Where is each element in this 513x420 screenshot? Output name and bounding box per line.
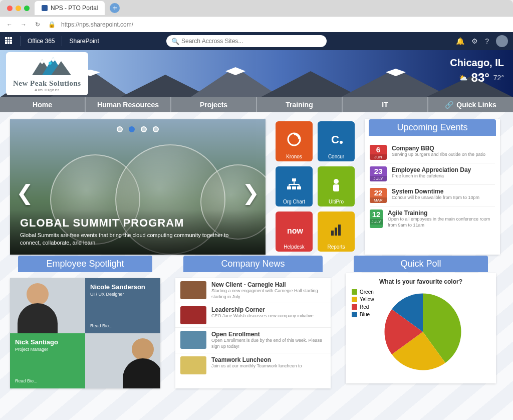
weather-widget[interactable]: Chicago, IL ⛅ 83° 72° — [450, 57, 504, 85]
settings-icon[interactable]: ⚙ — [471, 37, 478, 45]
svg-point-15 — [49, 62, 52, 65]
spotlight-header: Employee Spotlight — [18, 256, 152, 272]
event-title: Company BBQ — [392, 145, 485, 152]
spotlight-name: Nick Santiago — [15, 338, 80, 346]
event-date: 23JULY — [370, 166, 387, 181]
nav-projects[interactable]: Projects — [171, 97, 257, 112]
office-link[interactable]: Office 365 — [28, 38, 55, 45]
divider — [20, 36, 21, 46]
news-desc: Starting a new engagment with Carnegie H… — [211, 288, 326, 300]
svg-rect-28 — [333, 184, 339, 191]
maximize-icon[interactable] — [24, 6, 30, 11]
hero-caption: GLOBAL SUMMIT PROGRAM Global Summits are… — [10, 209, 266, 255]
tile-reports[interactable]: Reports — [318, 212, 355, 252]
poll-card: What is your favourite color? GreenYello… — [346, 273, 496, 383]
tile-helpdesk[interactable]: nowHelpdesk — [276, 212, 313, 252]
svg-point-27 — [334, 179, 339, 184]
browser-tab[interactable]: NPS - PTO Portal — [35, 1, 105, 15]
nav-hr[interactable]: Human Resources — [86, 97, 171, 112]
carousel-dot-1[interactable] — [117, 126, 123, 132]
sharepoint-link[interactable]: SharePoint — [69, 38, 99, 45]
user-avatar[interactable] — [496, 35, 508, 47]
app-launcher-icon[interactable] — [5, 37, 13, 45]
event-item[interactable]: 22MARSystem DowntimeConcur will be unava… — [370, 185, 495, 206]
event-item[interactable]: 23JULYEmployee Appreciation DayFree lunc… — [370, 163, 495, 185]
close-icon[interactable] — [7, 6, 13, 11]
legend-swatch — [352, 304, 357, 310]
notifications-icon[interactable]: 🔔 — [456, 37, 464, 45]
news-item[interactable]: Leadership CornerCEO Jane Walsh discusse… — [175, 303, 331, 328]
weather-high: 83° — [471, 71, 489, 85]
svg-text:now: now — [287, 227, 303, 235]
favicon-icon — [42, 5, 48, 11]
tile-label: Concur — [328, 154, 344, 159]
svg-text:C: C — [331, 133, 339, 146]
svg-rect-20 — [287, 186, 291, 189]
svg-marker-4 — [261, 71, 361, 97]
poll-question: What is your favourite color? — [352, 278, 490, 285]
legend-item: Green — [352, 289, 374, 295]
spotlight-info-2[interactable]: Nick Santiago Project Manager Read Bio..… — [10, 333, 85, 388]
event-desc: Free lunch in the cafeteria — [392, 173, 471, 179]
tile-org-chart[interactable]: Org Chart — [276, 166, 313, 206]
lock-icon: 🔒 — [47, 21, 56, 28]
page-body: ❮ ❯ GLOBAL SUMMIT PROGRAM Global Summits… — [0, 112, 513, 420]
nav-training[interactable]: Training — [257, 97, 343, 112]
site-logo[interactable]: New Peak Solutions Aim Higher — [6, 52, 88, 95]
spotlight-role: Project Manager — [15, 347, 80, 352]
spotlight-photo-1 — [10, 278, 85, 333]
tile-icon: C — [327, 124, 345, 154]
svg-rect-30 — [331, 231, 334, 236]
event-item[interactable]: 6JUNCompany BBQServing up burgers and ri… — [370, 142, 495, 163]
forward-icon[interactable]: → — [19, 21, 28, 28]
hero-subtitle: Global Summits are free events that brin… — [20, 232, 240, 247]
news-header: Company News — [183, 256, 323, 272]
svg-rect-19 — [292, 178, 296, 181]
news-item[interactable]: Open EnrollmentOpen Enrollment is due by… — [175, 328, 331, 353]
nav-it[interactable]: IT — [343, 97, 428, 112]
news-item[interactable]: New Client - Carnegie HallStarting a new… — [175, 278, 331, 303]
spotlight-link[interactable]: Read Bio... — [90, 323, 155, 328]
carousel-dots — [117, 126, 159, 132]
suite-search: 🔍 — [166, 35, 327, 47]
new-tab-button[interactable]: + — [110, 3, 120, 13]
tile-kronos[interactable]: Kronos — [276, 121, 313, 161]
spotlight-info-1[interactable]: Nicole Sanderson UI / UX Designer Read B… — [85, 278, 160, 333]
tile-icon: now — [285, 215, 303, 244]
nav-home[interactable]: Home — [0, 97, 86, 112]
news-title: Teamwork Luncheon — [211, 356, 302, 363]
nav-quick-links[interactable]: 🔗 Quick Links — [428, 97, 513, 112]
reload-icon[interactable]: ↻ — [33, 21, 42, 28]
person-photo — [15, 283, 60, 333]
svg-point-18 — [340, 141, 343, 144]
event-list: 6JUNCompany BBQServing up burgers and ri… — [365, 142, 500, 235]
news-thumb — [180, 281, 206, 299]
upcoming-events: Upcoming Events 6JUNCompany BBQServing u… — [365, 119, 500, 255]
weather-icon: ⛅ — [459, 74, 467, 82]
event-date: 6JUN — [370, 145, 387, 160]
app-tiles: KronosCConcurOrg ChartUltiPronowHelpdesk… — [273, 119, 358, 255]
carousel-dot-2[interactable] — [129, 126, 135, 132]
help-icon[interactable]: ? — [485, 37, 489, 45]
tile-icon — [285, 124, 303, 154]
legend-swatch — [352, 289, 357, 295]
carousel-dot-4[interactable] — [153, 126, 159, 132]
tile-concur[interactable]: CConcur — [318, 121, 355, 161]
search-input[interactable] — [166, 35, 327, 47]
tile-ultipro[interactable]: UltiPro — [318, 166, 355, 206]
poll-pie-chart — [380, 289, 465, 374]
event-desc: Serving up burgers and ribs outide on th… — [392, 152, 485, 158]
spotlight-link[interactable]: Read Bio... — [15, 378, 80, 383]
carousel-next[interactable]: ❯ — [242, 180, 260, 205]
url-field[interactable]: https://nps.sharepoint.com/ — [61, 21, 508, 28]
svg-rect-22 — [297, 186, 301, 189]
back-icon[interactable]: ← — [5, 21, 14, 28]
event-item[interactable]: 12JULYAgile TrainingOpen to all empoyees… — [370, 206, 495, 231]
event-title: Agile Training — [388, 209, 495, 217]
carousel-dot-3[interactable] — [141, 126, 147, 132]
carousel-prev[interactable]: ❮ — [16, 180, 34, 205]
minimize-icon[interactable] — [16, 6, 21, 11]
tile-label: UltiPro — [329, 199, 344, 204]
tile-icon — [285, 169, 303, 199]
news-item[interactable]: Teamwork LuncheonJoin us at our monthly … — [175, 353, 331, 377]
